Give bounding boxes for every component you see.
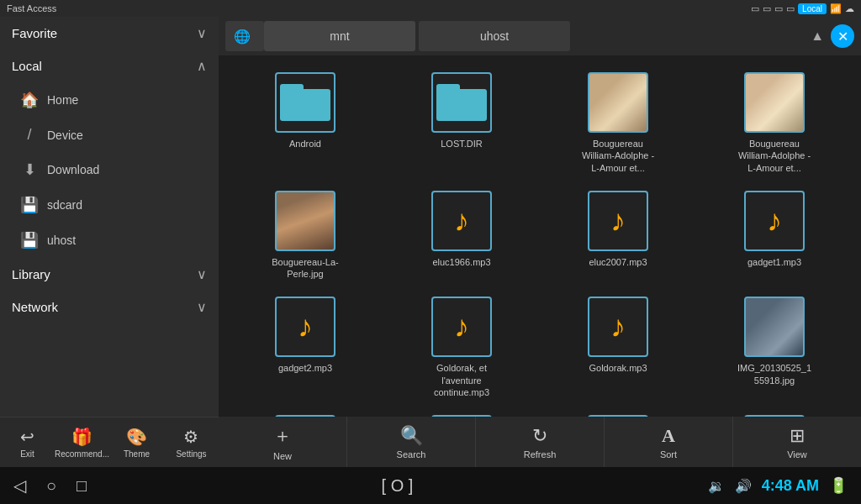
window-icon-1: ▭ [751,3,759,14]
file-name-lostdir: LOST.DIR [441,138,483,150]
window-icon-2: ▭ [763,3,771,14]
file-item-lostdir[interactable]: LOST.DIR [383,64,540,182]
refresh-button[interactable]: ↻ Refresh [476,417,605,467]
music-icon-eluc1966: ♪ [454,203,469,239]
file-thumb-lostdir [431,72,492,133]
local-label: Local [12,59,42,73]
bottom-toolbar: ＋ New 🔍 Search ↻ Refresh A Sort ⊞ View [219,417,861,467]
recommend-icon: 🎁 [71,427,92,447]
status-bar-title: Fast Access [7,3,56,13]
new-button[interactable]: ＋ New [219,417,347,467]
file-thumb-eluc2007: ♪ [588,191,648,251]
file-name-goldorak: Goldorak.mp3 [589,362,647,374]
expand-icon[interactable]: ▲ [807,25,827,47]
recent-button[interactable]: □ [77,476,87,496]
view-button[interactable]: ⊞ View [733,417,861,467]
file-name-gadget2: gadget2.mp3 [278,362,332,374]
recommend-button[interactable]: 🎁 Recommend... [55,417,109,468]
settings-icon: ⚙ [183,427,198,447]
file-item-track2[interactable]: ♪ [383,407,540,417]
path-uhost[interactable]: uhost [419,21,570,51]
file-item-gadget2[interactable]: ♪ gadget2.mp3 [227,288,383,407]
close-button[interactable]: ✕ [831,24,854,48]
path-globe[interactable]: 🌐 [225,21,264,51]
search-button[interactable]: 🔍 Search [347,417,476,467]
file-item-goldorak[interactable]: ♪ Goldorak.mp3 [540,288,696,407]
path-uhost-label: uhost [480,29,509,43]
focus-icon: [ O ] [382,476,414,495]
library-chevron: ∨ [197,266,207,282]
download-icon: ⬇ [20,160,39,179]
nav-right: 🔉 🔊 4:48 AM 🔋 [708,476,848,495]
file-thumb-goldorak: ♪ [588,297,648,357]
wifi-icon: 📶 [830,3,842,14]
download-label: Download [47,163,99,176]
sidebar: Favorite ∨ Local ∧ 🏠 Home / Device ⬇ Dow… [0,17,219,417]
window-icon-4: ▭ [786,3,795,14]
file-item-gadget1[interactable]: ♪ gadget1.mp3 [696,182,853,289]
volume-down-icon[interactable]: 🔉 [708,478,725,494]
local-chevron: ∧ [197,58,207,74]
sidebar-section-favorite[interactable]: Favorite ∨ [0,17,219,50]
device-icon: / [20,126,39,144]
sidebar-item-home[interactable]: 🏠 Home [0,82,219,118]
focus-button[interactable]: [ O ] [382,476,414,496]
refresh-label: Refresh [524,449,557,459]
theme-button[interactable]: 🎨 Theme [109,417,164,468]
file-thumb-goldorak-aventure: ♪ [431,297,492,357]
exit-button[interactable]: ↩ Exit [0,417,55,468]
file-item-img2013[interactable]: IMG_20130525_155918.jpg [696,288,853,407]
file-item-track1[interactable]: ♪ [227,407,383,417]
file-item-eluc2007[interactable]: ♪ eluc2007.mp3 [540,182,696,289]
file-name-boug2: Bouguereau William-Adolphe - L-Amour et.… [737,138,812,174]
favorite-chevron: ∨ [197,25,207,41]
view-label: View [787,449,807,459]
file-name-eluc1966: eluc1966.mp3 [432,256,490,268]
sidebar-item-sdcard[interactable]: 💾 sdcard [0,187,219,223]
file-item-android[interactable]: Android [227,64,383,182]
file-item-boug2[interactable]: Bouguereau William-Adolphe - L-Amour et.… [696,64,853,182]
file-item-track3[interactable]: ♪ [540,407,696,417]
sidebar-section-local[interactable]: Local ∧ [0,50,219,82]
uhost-icon: 💾 [20,231,39,249]
file-thumb-track2: ♪ [431,415,492,417]
sidebar-section-library[interactable]: Library ∨ [0,258,219,291]
recommend-label: Recommend... [55,449,109,459]
sidebar-section-network[interactable]: Network ∨ [0,291,219,323]
cloud-icon: ☁ [845,3,854,14]
file-name-goldorak-aventure: Goldorak, et l'aventure continue.mp3 [424,362,499,398]
back-button[interactable]: ◁ [13,475,26,496]
folder-icon-android [280,82,330,123]
volume-up-icon[interactable]: 🔊 [735,478,752,494]
sidebar-wrapper: Favorite ∨ Local ∧ 🏠 Home / Device ⬇ Dow… [0,17,219,467]
battery-icon: 🔋 [829,476,848,495]
file-name-gadget1: gadget1.mp3 [747,256,801,268]
file-item-eluc1966[interactable]: ♪ eluc1966.mp3 [383,182,540,289]
search-label: Search [397,449,426,459]
network-chevron: ∨ [197,299,207,315]
uhost-label: uhost [47,234,76,247]
file-thumb-boug2 [744,72,805,133]
settings-button[interactable]: ⚙ Settings [164,417,219,468]
time-display: 4:48 AM [762,477,819,495]
sdcard-label: sdcard [47,198,82,212]
file-item-perle[interactable]: Bouguereau-La-Perle.jpg [227,182,383,289]
file-item-track4[interactable]: ♪ [696,407,853,417]
new-icon: ＋ [273,423,292,449]
library-label: Library [12,267,50,281]
sort-button[interactable]: A Sort [605,417,733,467]
sidebar-item-download[interactable]: ⬇ Download [0,152,219,187]
sidebar-item-uhost[interactable]: 💾 uhost [0,223,219,258]
file-thumb-perle [275,191,335,251]
file-item-boug1[interactable]: Bouguereau William-Adolphe - L-Amour et.… [540,64,696,182]
theme-label: Theme [124,449,150,459]
status-bar-right: ▭ ▭ ▭ ▭ Local 📶 ☁ [751,3,854,14]
home-label: Home [47,93,78,107]
home-button[interactable]: ○ [46,476,56,496]
path-bar: 🌐 mnt uhost ▲ ✕ [219,17,861,55]
status-bar: Fast Access ▭ ▭ ▭ ▭ Local 📶 ☁ [0,0,861,17]
path-mnt[interactable]: mnt [264,21,415,51]
sidebar-item-device[interactable]: / Device [0,118,219,152]
device-label: Device [47,129,83,142]
file-item-goldorak-aventure[interactable]: ♪ Goldorak, et l'aventure continue.mp3 [383,288,540,407]
